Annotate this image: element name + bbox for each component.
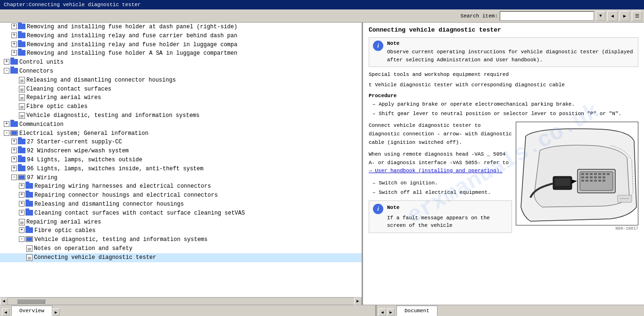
tree-item-12[interactable]: + Communication — [0, 120, 362, 129]
expand-icon-13[interactable]: - — [4, 130, 9, 136]
tree-item-21[interactable]: + Repairing connector housings and elect… — [0, 191, 362, 200]
tree-item-text-26: Vehicle diagnostic, testing and informat… — [34, 236, 362, 244]
expand-icon-17[interactable]: + — [11, 157, 17, 162]
expand-icon-4[interactable]: + — [11, 50, 17, 56]
tree-item-28[interactable]: Connecting vehicle diagnostic tester — [0, 253, 362, 262]
two-col-layout: Connect vehicle diagnostic tester to dia… — [369, 122, 638, 236]
svg-rect-11 — [586, 176, 588, 178]
note-text-2: If a fault message appears on the screen… — [387, 214, 508, 230]
scroll-thumb[interactable] — [17, 299, 45, 304]
note-label-2: Note — [387, 204, 508, 212]
expand-icon-12[interactable]: + — [4, 121, 9, 127]
tree-item-16[interactable]: + 92 Windscreen wipe/wash system — [0, 147, 362, 156]
expand-icon-6[interactable]: - — [4, 68, 9, 74]
tree-item-17[interactable]: + 94 Lights, lamps, switches outside — [0, 156, 362, 165]
tab-overview[interactable]: Overview — [11, 306, 52, 316]
procedure-heading: Procedure — [369, 93, 638, 99]
tree-item-27[interactable]: Notes on operation and safety — [0, 244, 362, 253]
search-input[interactable] — [500, 11, 594, 21]
nav-next-btn[interactable]: ▶ — [52, 308, 60, 316]
left-panel: + Removing and installing fuse holder at… — [0, 23, 362, 297]
tree-item-1[interactable]: + Removing and installing fuse holder at… — [0, 23, 362, 32]
search-dropdown-btn[interactable]: ▼ — [596, 11, 605, 21]
folder-icon-22 — [25, 201, 33, 207]
search-area: Search item: ▼ ◀ ▶ ☰ — [461, 11, 642, 21]
tree-item-20[interactable]: + Repairing wiring harnesses and electri… — [0, 182, 362, 191]
scroll-track[interactable] — [8, 299, 354, 304]
svg-rect-16 — [581, 180, 584, 182]
expand-icon-21[interactable]: + — [19, 192, 25, 198]
svg-rect-5 — [590, 173, 593, 175]
expand-icon-16[interactable]: + — [11, 148, 17, 153]
tree-item-10[interactable]: Fibre optic cables — [0, 102, 362, 111]
toolbar-menu-btn[interactable]: ☰ — [632, 11, 642, 21]
tree-item-8[interactable]: Cleaning contact surfaces — [0, 85, 362, 94]
expand-icon-18[interactable]: + — [11, 166, 17, 171]
svg-rect-21 — [603, 180, 605, 182]
doc-nav-next-btn[interactable]: ▶ — [387, 308, 395, 316]
info-icon-1: i — [373, 41, 383, 51]
info-icon-2: i — [373, 204, 383, 214]
connect-text-content: Connect vehicle diagnostic tester to dia… — [369, 123, 512, 145]
tree-item-9[interactable]: Repairing aerial wires — [0, 93, 362, 102]
nav-prev-btn[interactable]: ◀ — [2, 308, 9, 316]
tree-item-text-12: Communication — [19, 121, 362, 129]
image-column: N90-10017 — [516, 122, 638, 236]
note-content-2: Note If a fault message appears on the s… — [387, 204, 508, 230]
tree-item-19[interactable]: - 97 Wiring — [0, 174, 362, 183]
scroll-right-btn[interactable]: ▶ — [354, 298, 362, 305]
expand-icon-26[interactable]: - — [19, 236, 25, 242]
step-1: – Apply parking brake or operate electro… — [372, 100, 638, 109]
tree-item-22[interactable]: + Releasing and dismantling connector ho… — [0, 200, 362, 209]
tree-item-text-2: Removing and installing relay and fuse c… — [27, 32, 362, 40]
tree-item-5[interactable]: + Control units — [0, 58, 362, 67]
remote-text-block: When using remote diagnosis head -VAS _ … — [369, 150, 512, 175]
doc-icon-28 — [26, 254, 33, 261]
step-2: – Shift gear lever to neutral position o… — [372, 110, 638, 118]
tree-item-text-24: Repairing aerial wires — [26, 218, 362, 226]
folder-icon-20 — [25, 183, 33, 189]
expand-icon-3[interactable]: + — [11, 42, 17, 47]
folder-icon-4 — [18, 50, 25, 56]
left-horiz-scrollbar[interactable]: ◀ ▶ — [0, 297, 362, 305]
tree-item-text-9: Repairing aerial wires — [26, 94, 362, 102]
svg-rect-10 — [581, 176, 584, 178]
tree-item-2[interactable]: + Removing and installing relay and fuse… — [0, 32, 362, 41]
scroll-left-btn[interactable]: ◀ — [0, 298, 8, 305]
expand-icon-25[interactable]: + — [19, 227, 25, 233]
expand-icon-22[interactable]: + — [19, 201, 25, 207]
tree-item-15[interactable]: + 27 Starter-current supply-CC — [0, 138, 362, 147]
tree-item-26[interactable]: - Vehicle diagnostic, testing and inform… — [0, 235, 362, 244]
doc-icon-7 — [19, 77, 25, 83]
expand-icon-19[interactable]: - — [11, 175, 17, 180]
expand-icon-23[interactable]: + — [19, 210, 25, 216]
handbook-link[interactable]: → User handbook (installing and operatin… — [369, 168, 503, 174]
expand-icon-1[interactable]: + — [11, 24, 17, 29]
expand-icon-15[interactable]: + — [11, 139, 17, 144]
tree-item-text-25: Fibre optic cables — [34, 227, 362, 235]
tab-document[interactable]: Document — [396, 306, 438, 316]
expand-icon-20[interactable]: + — [19, 183, 25, 189]
doc-nav-prev-btn[interactable]: ◀ — [379, 308, 386, 316]
tree-item-13[interactable]: - Electrical system; General information — [0, 129, 362, 138]
tree-item-11[interactable]: Vehicle diagnostic, testing and informat… — [0, 111, 362, 120]
tree-item-6[interactable]: - Connectors — [0, 67, 362, 76]
svg-rect-20 — [598, 180, 601, 182]
text-column: Connect vehicle diagnostic tester to dia… — [369, 122, 512, 236]
expand-icon-2[interactable]: + — [11, 33, 17, 38]
expand-icon-5[interactable]: + — [4, 59, 9, 65]
tree-item-24[interactable]: Repairing aerial wires — [0, 218, 362, 227]
tree-item-23[interactable]: + Cleaning contact surfaces with contact… — [0, 209, 362, 218]
tree-item-18[interactable]: + 96 Lights, lamps, switches inside, ant… — [0, 165, 362, 174]
tree-item-25[interactable]: + Fibre optic cables — [0, 226, 362, 235]
folder-icon-25 — [25, 227, 33, 233]
folder-icon-23 — [25, 210, 33, 216]
tree-item-3[interactable]: + Removing and installing relay and fuse… — [0, 41, 362, 50]
right-panel: erxmanuals.co.uk Connecting vehicle diag… — [363, 23, 644, 305]
search-next-btn[interactable]: ▶ — [619, 11, 630, 21]
diagram-label: N90-10017 — [516, 226, 638, 231]
tree-item-7[interactable]: Releasing and dismantling connector hous… — [0, 76, 362, 85]
tree-item-4[interactable]: + Removing and installing fuse holder A … — [0, 49, 362, 58]
note-label-1: Note — [387, 41, 634, 46]
search-prev-btn[interactable]: ◀ — [607, 11, 618, 21]
